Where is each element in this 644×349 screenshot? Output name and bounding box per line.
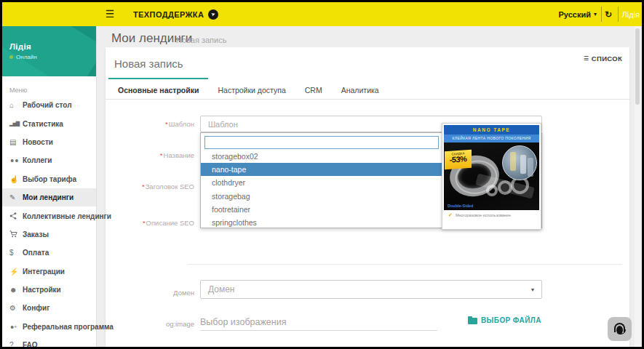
online-status-dot xyxy=(9,55,13,59)
discount-badge: СКИДКА -53% xyxy=(445,150,472,170)
support-chat-button[interactable] xyxy=(608,317,632,341)
sidebar-item-my-landings[interactable]: ✎ Мои лендинги xyxy=(2,188,96,206)
payment-icon: $ xyxy=(9,249,23,257)
og-image-label: og:image xyxy=(106,320,194,328)
config-icon: ⚙ xyxy=(9,304,23,312)
preview-inset-photo xyxy=(502,145,537,180)
dropdown-options: storagebox02 nano-tape clothdryer storag… xyxy=(201,150,445,229)
preview-product-image: СКИДКА -53% Double-Sided xyxy=(444,143,539,210)
topbar-username[interactable]: Лідія xyxy=(622,2,640,26)
sidebar-item-orders[interactable]: Заказы xyxy=(2,225,96,244)
support-link[interactable]: ТЕХПОДДЕРЖКА ➤ xyxy=(133,2,218,26)
domain-select[interactable]: Домен ▾ xyxy=(200,280,542,299)
hamburger-menu-icon[interactable]: ☰ xyxy=(103,7,117,21)
seo-desc-label: *Описание SEO xyxy=(106,219,194,227)
settings-icon: ☻ xyxy=(9,286,23,294)
preview-watermark: Double-Sided xyxy=(448,204,473,208)
headset-icon xyxy=(613,323,627,336)
referral-icon: ☻+ xyxy=(9,324,23,329)
sidebar-item-tariff[interactable]: ☝ Выбор тарифа xyxy=(2,170,96,188)
check-icon: ✔ xyxy=(448,212,453,218)
sidebar-item-integrations[interactable]: ⚡ Интеграции xyxy=(2,262,96,281)
sidebar-item-faq[interactable]: ? FAQ xyxy=(2,336,96,347)
sidebar-item-config[interactable]: ⚙ Конфиг xyxy=(2,299,96,317)
sidebar-user-name: Лідія xyxy=(9,42,31,51)
cart-icon xyxy=(9,230,23,238)
template-preview: NANO TAPE КЛЕЙКАЯ ЛЕНТА НОВОГО ПОКОЛЕНИЯ… xyxy=(442,123,541,230)
breadcrumb: Новая запись xyxy=(176,36,226,44)
desktop-icon: ⌂ xyxy=(9,101,23,109)
sidebar: Лідія Онлайн Меню ⌂ Рабочий стол ▂▅▇ Ста… xyxy=(2,26,97,347)
dropdown-option[interactable]: storagebox02 xyxy=(201,150,445,163)
online-status-label: Онлайн xyxy=(16,54,37,60)
sidebar-user-panel: Лідія Онлайн xyxy=(2,26,96,76)
language-selector[interactable]: Русский ▾ xyxy=(559,2,597,26)
dropdown-option[interactable]: clothdryer xyxy=(201,176,445,189)
seo-title-label: *Заголовок SEO xyxy=(106,182,194,190)
chevron-down-icon: ▾ xyxy=(594,11,597,17)
dropdown-search-input[interactable] xyxy=(204,136,439,149)
colleagues-icon: ☻☻ xyxy=(9,158,23,163)
refresh-icon[interactable]: ↻ xyxy=(602,2,615,26)
dropdown-option[interactable]: springclothes xyxy=(201,216,445,229)
sidebar-item-collective-landings[interactable]: Коллективные лендинги xyxy=(2,206,96,225)
template-label: *Шаблон xyxy=(106,120,194,128)
dropdown-option-selected[interactable]: nano-tape xyxy=(201,163,445,176)
telegram-icon: ➤ xyxy=(208,9,218,20)
dropdown-option[interactable]: footretainer xyxy=(201,203,445,216)
tab-analytics[interactable]: Аналитика xyxy=(332,78,389,100)
sidebar-item-statistics[interactable]: ▂▅▇ Статистика xyxy=(2,114,96,132)
topbar-divider xyxy=(618,7,619,22)
sidebar-item-desktop[interactable]: ⌂ Рабочий стол xyxy=(2,96,96,114)
chevron-down-icon: ▾ xyxy=(531,286,534,293)
choose-file-button[interactable]: ВЫБОР ФАЙЛА xyxy=(468,316,541,324)
page-scrollbar[interactable] xyxy=(635,26,640,347)
tab-main-settings[interactable]: Основные настройки xyxy=(108,78,208,100)
list-icon: ☰ xyxy=(584,55,589,62)
form-divider xyxy=(188,264,622,265)
tab-bar: Основные настройки Настройки доступа CRM… xyxy=(108,78,389,100)
preview-subtitle: КЛЕЙКАЯ ЛЕНТА НОВОГО ПОКОЛЕНИЯ xyxy=(444,135,539,143)
my-landings-icon: ✎ xyxy=(9,193,23,201)
sidebar-item-payment[interactable]: $ Оплата xyxy=(2,244,96,262)
app-screen: ☰ ТЕХПОДДЕРЖКА ➤ Русский ▾ ↻ Лідія LP-mo… xyxy=(2,2,642,347)
language-label: Русский xyxy=(559,10,591,19)
stats-icon: ▂▅▇ xyxy=(9,121,23,127)
tab-crm[interactable]: CRM xyxy=(295,78,332,100)
news-icon: ▤ xyxy=(9,138,23,146)
scrollbar-thumb[interactable] xyxy=(635,28,640,105)
preview-feature-row: ✔ Многоразовое использование xyxy=(444,210,539,220)
domain-label: Домен xyxy=(106,289,194,297)
list-button[interactable]: ☰ СПИСОК xyxy=(584,55,622,63)
og-image-input[interactable] xyxy=(200,313,437,331)
dropdown-option[interactable]: storagebag xyxy=(201,190,445,203)
new-record-card: ☰ СПИСОК Новая запись Основные настройки… xyxy=(106,47,629,347)
preview-title: NANO TAPE xyxy=(444,125,539,135)
share-icon xyxy=(9,212,23,220)
top-bar: ☰ ТЕХПОДДЕРЖКА ➤ Русский ▾ ↻ Лідія xyxy=(2,2,642,26)
card-title: Новая запись xyxy=(114,57,183,70)
tabs-divider xyxy=(106,99,629,100)
support-label: ТЕХПОДДЕРЖКА xyxy=(133,10,204,19)
sidebar-item-settings[interactable]: ☻ Настройки xyxy=(2,281,96,299)
sidebar-item-referral[interactable]: ☻+ Реферальная программа xyxy=(2,318,96,336)
sidebar-menu: ⌂ Рабочий стол ▂▅▇ Статистика ▤ Новости … xyxy=(2,96,96,347)
tariff-icon: ☝ xyxy=(9,175,23,183)
menu-section-label: Меню xyxy=(9,87,27,94)
tab-access-settings[interactable]: Настройки доступа xyxy=(208,78,295,100)
integrations-icon: ⚡ xyxy=(9,268,23,276)
name-label: *Название xyxy=(106,151,194,159)
folder-icon xyxy=(468,318,477,324)
sidebar-item-news[interactable]: ▤ Новости xyxy=(2,133,96,151)
sidebar-item-colleagues[interactable]: ☻☻ Коллеги xyxy=(2,151,96,169)
question-icon: ? xyxy=(9,341,23,347)
